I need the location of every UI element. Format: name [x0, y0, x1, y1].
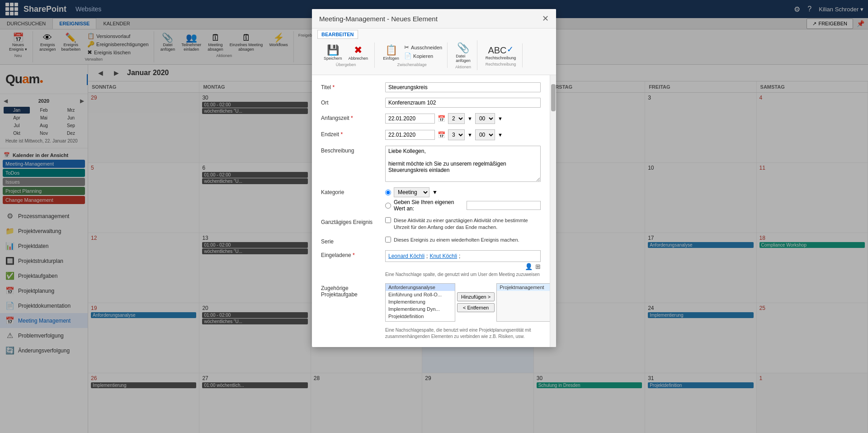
start-hour-select[interactable]: 2 — [448, 113, 465, 124]
modal-close-button[interactable]: ✕ — [542, 14, 549, 24]
form-row-start: Anfangszeit * 📅 2 ▼ 00 ▼ — [321, 113, 541, 124]
end-date-input[interactable] — [385, 130, 435, 140]
modal-scrollbar[interactable] — [550, 75, 556, 347]
form-row-task: Zugehörige Projektaufgabe Anforderungsan… — [321, 283, 541, 322]
copy-icon: 📄 — [404, 52, 411, 59]
participants-area: Leonard Köchli ; Knut Köchli ; 👤 ⊞ Eine … — [385, 250, 541, 278]
participants-input[interactable]: Leonard Köchli ; Knut Köchli ; — [385, 250, 541, 262]
category-meeting-row: Meeting Business Holiday Personal ▼ — [385, 187, 541, 197]
start-date-input[interactable] — [385, 114, 435, 124]
task-remove-button[interactable]: < Entfernen — [457, 303, 495, 312]
modal-ribbon-group-clipboard: 📋 Einfügen ✂ Ausschneiden 📄 Kopieren — [377, 43, 448, 68]
task-selected-item[interactable]: Projektmanagement — [497, 284, 550, 291]
cut-icon: ✂ — [404, 44, 409, 51]
cancel-icon: ✖ — [354, 44, 362, 56]
modal-ribbon-group-submit: 💾 Speichern ✖ Abbrechen Übergeben — [317, 43, 375, 68]
save-button[interactable]: 💾 Speichern — [321, 43, 345, 62]
category-custom-label: Geben Sie Ihren eigenen Wert an: — [394, 199, 464, 212]
lookup-person-icon[interactable]: 👤 — [525, 263, 533, 270]
clipboard-group-label: Zwischenablage — [380, 62, 443, 67]
start-cal-icon[interactable]: 📅 — [438, 115, 445, 122]
start-min-select[interactable]: 00 — [475, 113, 495, 124]
form-row-title: Titel * — [321, 82, 541, 92]
allday-checkbox[interactable] — [385, 217, 391, 223]
form-row-desc: Beschreibung — [321, 146, 541, 182]
modal-attach-label: Dateianfügen — [456, 54, 471, 63]
series-text: Dieses Ereignis zu einem wiederholten Er… — [394, 237, 519, 243]
task-list-item[interactable]: Implementierung — [386, 298, 455, 305]
start-time-inputs: 📅 2 ▼ 00 ▼ — [385, 113, 503, 124]
category-meeting-radio[interactable] — [385, 190, 391, 195]
modal-attach-button[interactable]: 📎 Dateianfügen — [453, 41, 473, 64]
task-list-item[interactable]: Implementierung Dyn... — [386, 305, 455, 313]
modal: Meeting-Management - Neues Element ✕ BEA… — [312, 9, 556, 347]
time-sep: ▼ — [467, 116, 472, 121]
task-add-button[interactable]: Hinzufügen > — [457, 292, 495, 301]
cut-label: Ausschneiden — [411, 45, 442, 50]
category-select[interactable]: Meeting Business Holiday Personal — [394, 187, 429, 197]
end-cal-icon[interactable]: 📅 — [438, 131, 445, 138]
participant-sep: ; — [426, 253, 428, 259]
start-label: Anfangszeit * — [321, 113, 380, 121]
task-list-item[interactable]: Projektdefinition — [386, 313, 455, 320]
task-list-item[interactable]: Anforderungsanalyse — [386, 284, 455, 291]
series-checkbox[interactable] — [385, 237, 391, 243]
save-label: Speichern — [324, 56, 342, 61]
form-row-end: Endzeit * 📅 3 ▼ 00 ▼ — [321, 129, 541, 140]
cut-button[interactable]: ✂ Ausschneiden — [403, 43, 443, 51]
invitee2-tag[interactable]: Knut Köchli — [429, 253, 457, 259]
end-label: Endzeit * — [321, 129, 380, 138]
category-radio-group: Meeting Business Holiday Personal ▼ Gebe… — [385, 187, 541, 212]
form-row-category: Kategorie Meeting Business Holiday Perso… — [321, 187, 541, 212]
spell-abc-icon: ABC — [488, 45, 506, 56]
lookup-grid-icon[interactable]: ⊞ — [535, 263, 541, 270]
end-hour-select[interactable]: 3 — [448, 129, 465, 140]
spell-button[interactable]: ABC ✓ Rechtschreibung — [483, 44, 519, 61]
submit-group-label: Übergeben — [321, 62, 371, 67]
form-row-series: Serie Dieses Ereignis zu einem wiederhol… — [321, 237, 541, 245]
task-buttons: Hinzufügen > < Entfernen — [457, 283, 495, 322]
modal-ribbon-group-actions: 📎 Dateianfügen Aktionen — [449, 40, 477, 70]
task-list-box[interactable]: AnforderungsanalyseEinführung und Roll-O… — [385, 283, 455, 322]
title-label: Titel * — [321, 82, 380, 90]
modal-ribbon-group-spell: ABC ✓ Rechtschreibung Rechtschreibung — [479, 43, 523, 67]
spell-check-icon: ✓ — [507, 45, 514, 53]
modal-ribbon-content: 💾 Speichern ✖ Abbrechen Übergeben — [316, 38, 552, 73]
category-label: Kategorie — [321, 187, 380, 195]
form-row-invitees: Eingeladene * Leonard Köchli ; Knut Köch… — [321, 250, 541, 278]
copy-button[interactable]: 📄 Kopieren — [403, 52, 443, 60]
scrollbar-thumb[interactable] — [551, 84, 556, 111]
task-list-item[interactable]: Qualitätssicherung — [386, 320, 455, 322]
series-label: Serie — [321, 237, 380, 245]
participant-sep2: ; — [459, 253, 460, 259]
time-min-arrow: ▼ — [498, 116, 503, 121]
desc-label: Beschreibung — [321, 146, 380, 154]
participant-icons: 👤 ⊞ — [385, 263, 541, 270]
location-input[interactable] — [385, 98, 541, 108]
copy-label: Kopieren — [413, 53, 433, 59]
task-selected-box[interactable]: Projektmanagement — [496, 283, 550, 322]
end-hour-arrow: ▼ — [467, 132, 472, 138]
spell-label: Rechtschreibung — [486, 56, 516, 60]
end-min-select[interactable]: 00 — [475, 129, 495, 140]
desc-textarea[interactable] — [385, 146, 541, 182]
insert-label: Einfügen — [383, 56, 399, 61]
spell-group-label: Rechtschreibung — [483, 61, 519, 67]
cancel-button[interactable]: ✖ Abbrechen — [346, 43, 371, 62]
series-checkbox-row: Dieses Ereignis zu einem wiederholten Er… — [385, 237, 519, 243]
form-row-allday: Ganztägiges Ereignis Diese Aktivität zu … — [321, 217, 541, 231]
category-dropdown-arrow: ▼ — [432, 189, 438, 195]
invitee1-tag[interactable]: Leonard Köchli — [388, 253, 425, 259]
title-input[interactable] — [385, 82, 541, 92]
category-custom-radio[interactable] — [385, 203, 391, 209]
category-custom-input[interactable] — [467, 201, 541, 210]
modal-overlay[interactable]: Meeting-Management - Neues Element ✕ BEA… — [0, 0, 868, 433]
task-list-item[interactable]: Einführung und Roll-O... — [386, 291, 455, 298]
cancel-label: Abbrechen — [349, 56, 368, 61]
task-container: AnforderungsanalyseEinführung und Roll-O… — [385, 283, 550, 322]
allday-label: Ganztägiges Ereignis — [321, 217, 380, 225]
modal-body-wrapper: Titel * Ort Anfangszeit * 📅 2 — [312, 75, 556, 347]
insert-button[interactable]: 📋 Einfügen — [380, 43, 402, 62]
end-min-arrow: ▼ — [498, 132, 503, 138]
modal-tab-bearbeiten[interactable]: BEARBEITEN — [317, 30, 358, 39]
